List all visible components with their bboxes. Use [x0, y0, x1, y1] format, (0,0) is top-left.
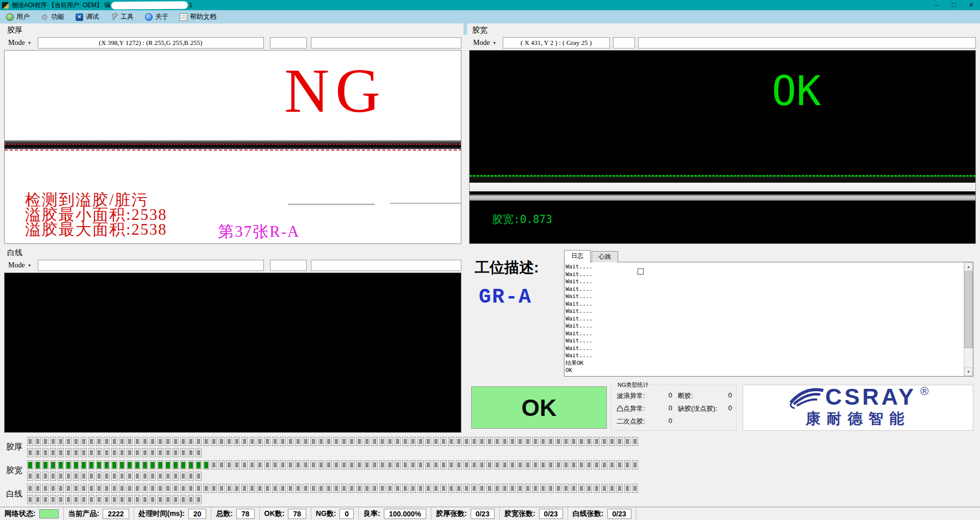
indicator-square	[119, 460, 125, 469]
tab-heartbeat[interactable]: 心跳	[592, 251, 618, 262]
status-label: 处理时间(ms):	[139, 509, 185, 518]
indicator-square	[287, 484, 293, 493]
indicator-square	[195, 495, 202, 504]
indicator-square	[226, 460, 232, 469]
log-entry: Wait....	[566, 315, 963, 323]
indicator-square	[73, 472, 79, 481]
indicator-square	[440, 484, 447, 493]
baixian-mode-dropdown[interactable]: Mode▼	[4, 261, 35, 269]
log-scrollbar[interactable]: ▲ ▼	[964, 262, 973, 376]
maximize-button[interactable]: □	[945, 0, 963, 10]
indicator-square	[486, 460, 493, 469]
indicator-square	[264, 484, 271, 493]
status-label: OK数:	[264, 509, 285, 518]
status-label: 胶厚张数:	[436, 509, 467, 518]
scrollbar-thumb[interactable]	[964, 271, 973, 348]
log-tabs: 日志 心跳	[564, 250, 619, 262]
indicator-square	[203, 460, 209, 469]
menu-item-debug[interactable]: 调试	[72, 11, 105, 22]
indicator-square	[509, 437, 516, 446]
scroll-up-icon[interactable]: ▲	[964, 262, 973, 271]
indicator-square	[188, 437, 194, 446]
indicator-square	[35, 448, 41, 457]
indicator-square	[624, 484, 630, 493]
indicator-square	[96, 460, 102, 469]
indicator-square	[127, 484, 133, 493]
panel-baixian: 白线 Mode▼	[2, 247, 463, 434]
status-label: NG数:	[316, 509, 336, 518]
log-checkbox[interactable]	[638, 268, 644, 275]
indicator-square	[418, 460, 424, 469]
indicator-square	[586, 460, 592, 469]
indicator-square	[525, 437, 531, 446]
indicator-square	[195, 472, 202, 481]
ng-stats-title: NG类型统计	[616, 381, 651, 389]
indicator-square	[165, 495, 171, 504]
indicator-square	[586, 437, 592, 446]
chevron-down-icon: ▼	[493, 41, 497, 45]
glue-width-stripes	[470, 175, 975, 201]
indicator-square	[257, 437, 263, 446]
indicator-square	[433, 437, 439, 446]
station-description-label: 工位描述:	[475, 258, 539, 278]
baixian-field-small	[270, 260, 307, 271]
menu-item-user[interactable]: 用户	[3, 11, 36, 22]
indicator-square	[349, 437, 355, 446]
indicator-square	[379, 437, 385, 446]
indicator-square	[540, 437, 546, 446]
indicator-square	[548, 484, 554, 493]
panel-jiaohou-title: 胶厚	[2, 24, 463, 36]
menu-item-function[interactable]: 功能	[38, 11, 70, 22]
indicator-square	[35, 495, 41, 504]
indicator-square	[502, 484, 508, 493]
indicator-square	[624, 437, 630, 446]
ng-stat-label: 断胶:	[678, 391, 693, 401]
indicator-square	[165, 460, 171, 469]
menu-item-tools[interactable]: 工具	[107, 11, 140, 22]
indicator-square	[257, 484, 263, 493]
close-button[interactable]: ✕	[963, 0, 980, 10]
indicator-square	[134, 437, 140, 446]
indicator-square	[349, 484, 355, 493]
indicator-square	[555, 437, 561, 446]
jiaokuan-mode-dropdown[interactable]: Mode▼	[469, 39, 500, 47]
help-doc-icon	[180, 13, 187, 21]
scroll-down-icon[interactable]: ▼	[964, 367, 973, 376]
indicator-square	[372, 460, 378, 469]
indicator-square	[418, 437, 424, 446]
jiaohou-mode-dropdown[interactable]: Mode▼	[4, 39, 35, 47]
indicator-square	[440, 460, 447, 469]
indicator-square	[486, 484, 493, 493]
indicator-square	[134, 460, 140, 469]
indicator-square	[486, 437, 493, 446]
indicator-square	[395, 484, 401, 493]
indicator-square	[35, 437, 41, 446]
indicator-square	[81, 472, 87, 481]
tab-log[interactable]: 日志	[564, 250, 591, 262]
log-entry: Wait....	[566, 271, 963, 279]
debug-icon	[76, 13, 83, 21]
menu-item-help[interactable]: 帮助文档	[177, 11, 223, 22]
indicator-square	[73, 484, 79, 493]
indicator-square	[58, 472, 64, 481]
status-value: 0/23	[539, 509, 563, 519]
indicator-row	[27, 472, 980, 481]
overall-result-button[interactable]: OK	[471, 386, 607, 429]
menu-item-about[interactable]: 关于	[142, 11, 175, 22]
ng-stat-value: 0	[669, 417, 675, 426]
indicator-square	[173, 448, 179, 457]
indicator-square	[142, 495, 148, 504]
indicator-square	[287, 437, 293, 446]
log-list[interactable]: Wait....Wait....Wait....Wait....Wait....…	[566, 263, 963, 375]
status-current-product: 当前产品:2222	[64, 507, 134, 520]
panel-jiaokuan-title: 胶宽	[467, 24, 978, 36]
indicator-square	[50, 448, 56, 457]
indicator-square	[96, 437, 102, 446]
ng-stat-item: 缺胶(没点胶):0	[678, 404, 735, 413]
indicator-square	[65, 437, 71, 446]
minimize-button[interactable]: –	[928, 0, 945, 10]
indicator-square	[632, 437, 638, 446]
indicator-square	[81, 448, 87, 457]
indicator-square	[35, 484, 41, 493]
indicator-square	[418, 484, 424, 493]
